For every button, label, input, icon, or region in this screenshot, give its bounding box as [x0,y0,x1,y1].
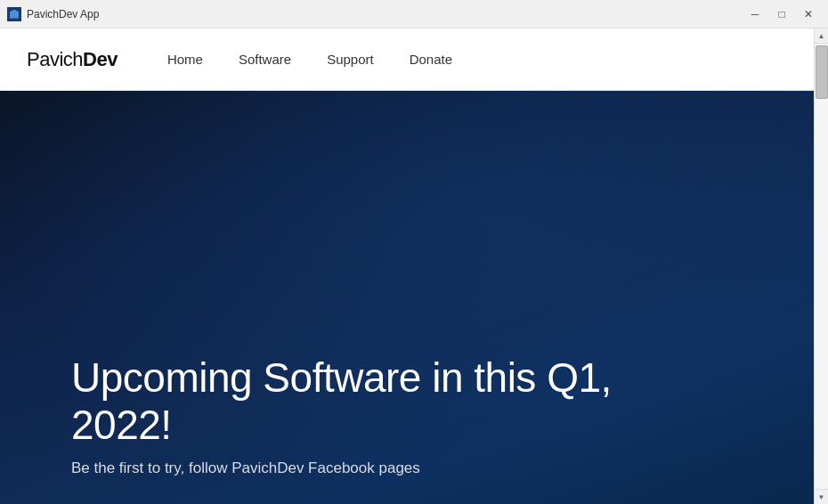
hero-title: Upcoming Software in this Q1, 2022! [71,354,677,449]
brand-regular: Pavich [27,48,83,70]
minimize-button[interactable]: ─ [743,5,767,23]
nav-support[interactable]: Support [313,45,388,74]
window-title-area: PavichDev App [7,7,743,21]
scrollbar-thumb[interactable] [816,45,828,99]
maximize-button[interactable]: □ [769,5,794,23]
scroll-up-button[interactable]: ▲ [815,28,829,44]
brand-bold: Dev [83,48,118,70]
close-button[interactable]: ✕ [796,5,821,23]
window-title: PavichDev App [27,8,99,20]
scrollbar: ▲ ▼ [814,28,828,504]
nav-software[interactable]: Software [224,45,305,74]
navbar: PavichDev Home Software Support Donate [0,28,814,91]
window-titlebar: PavichDev App ─ □ ✕ [0,0,828,28]
main-content: PavichDev Home Software Support Donate U… [0,28,814,504]
window-controls: ─ □ ✕ [743,5,821,23]
scroll-down-button[interactable]: ▼ [815,489,829,504]
nav-donate[interactable]: Donate [395,45,467,74]
hero-section: Upcoming Software in this Q1, 2022! Be t… [0,91,814,504]
scrollbar-track[interactable] [815,44,828,489]
window-app-icon [7,7,21,21]
brand-logo[interactable]: PavichDev [27,48,118,71]
hero-subtitle: Be the first to try, follow PavichDev Fa… [71,459,605,477]
content-area: PavichDev Home Software Support Donate U… [0,28,828,504]
nav-links: Home Software Support Donate [153,52,467,68]
nav-home[interactable]: Home [153,45,217,74]
